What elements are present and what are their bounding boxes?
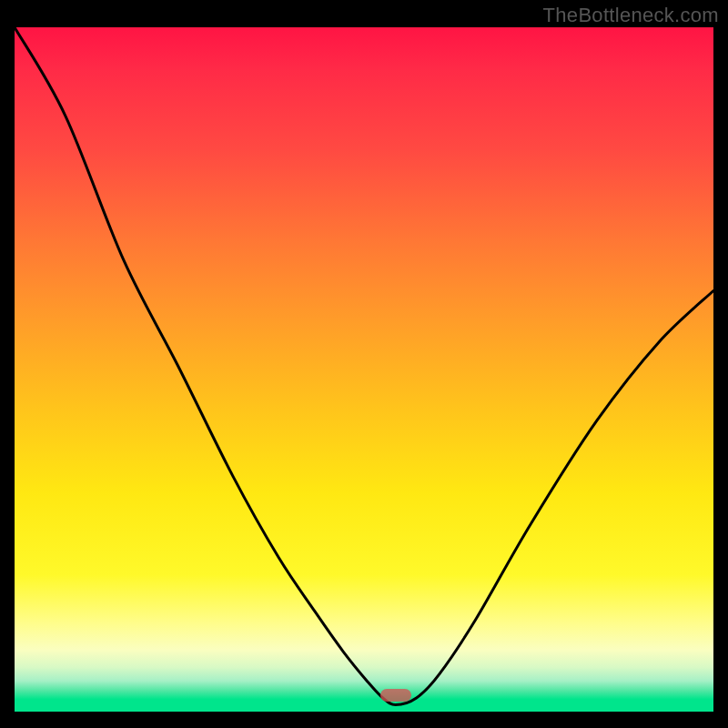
plot-area bbox=[15, 27, 713, 712]
watermark-text: TheBottleneck.com bbox=[543, 4, 719, 27]
bottleneck-curve bbox=[15, 27, 713, 712]
chart-frame: TheBottleneck.com bbox=[0, 0, 728, 728]
optimal-marker bbox=[380, 689, 411, 702]
